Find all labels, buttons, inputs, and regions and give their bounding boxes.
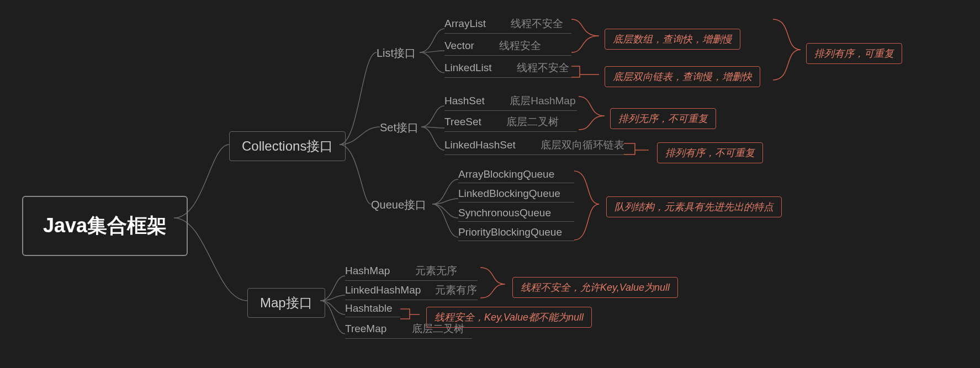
leaf-detail: 元素有序	[435, 283, 477, 297]
set-item-treeset[interactable]: TreeSet 底层二叉树	[444, 115, 577, 132]
collections-label: Collections接口	[242, 138, 333, 153]
leaf-name: HashMap	[345, 265, 390, 277]
list-note-array: 底层数组，查询快，增删慢	[605, 29, 740, 50]
queue-note: 队列结构，元素具有先进先出的特点	[606, 196, 782, 217]
set-node[interactable]: Set接口	[380, 120, 419, 135]
queue-item-pbq[interactable]: PriorityBlockingQueue	[458, 226, 574, 241]
list-item-vector[interactable]: Vector 线程安全	[444, 39, 571, 56]
map-item-hashmap[interactable]: HashMap 元素无序	[345, 264, 478, 281]
map-label: Map接口	[260, 295, 312, 310]
leaf-name: PriorityBlockingQueue	[458, 226, 562, 238]
set-item-linkedhashset[interactable]: LinkedHashSet 底层双向循环链表	[444, 138, 624, 155]
leaf-name: LinkedHashMap	[345, 284, 421, 296]
queue-item-abq[interactable]: ArrayBlockingQueue	[458, 168, 574, 183]
map-note-unsafe: 线程不安全，允许Key,Value为null	[512, 277, 678, 298]
leaf-name: LinkedHashSet	[444, 139, 516, 151]
leaf-name: TreeMap	[345, 323, 386, 335]
set-item-hashset[interactable]: HashSet 底层HashMap	[444, 94, 577, 111]
leaf-name: ArrayBlockingQueue	[458, 168, 554, 180]
list-note-linked: 底层双向链表，查询慢，增删快	[605, 66, 760, 87]
list-item-linkedlist[interactable]: LinkedList 线程不安全	[444, 61, 571, 78]
leaf-name: ArrayList	[444, 18, 486, 30]
set-note-unordered: 排列无序，不可重复	[610, 108, 716, 129]
map-item-linkedhashmap[interactable]: LinkedHashMap 元素有序	[345, 283, 478, 300]
root-title: Java集合框架	[43, 214, 167, 237]
queue-node[interactable]: Queue接口	[371, 198, 426, 212]
queue-item-sq[interactable]: SynchronousQueue	[458, 207, 574, 222]
list-note-overall: 排列有序，可重复	[806, 43, 902, 64]
list-item-arraylist[interactable]: ArrayList 线程不安全	[444, 17, 571, 34]
map-node[interactable]: Map接口	[247, 288, 325, 318]
root-node[interactable]: Java集合框架	[22, 196, 188, 256]
leaf-detail: 线程安全	[499, 39, 541, 53]
leaf-name: Vector	[444, 40, 474, 52]
map-item-hashtable[interactable]: Hashtable	[345, 302, 400, 317]
queue-item-lbq[interactable]: LinkedBlockingQueue	[458, 188, 574, 202]
list-node[interactable]: List接口	[377, 46, 416, 61]
leaf-detail: 元素无序	[415, 264, 457, 278]
leaf-name: Hashtable	[345, 302, 393, 314]
set-note-ordered: 排列有序，不可重复	[657, 142, 763, 163]
map-note-safe: 线程安全，Key,Value都不能为null	[426, 307, 592, 328]
leaf-name: LinkedBlockingQueue	[458, 188, 560, 200]
leaf-detail: 线程不安全	[511, 17, 563, 31]
collections-node[interactable]: Collections接口	[229, 131, 346, 161]
leaf-name: LinkedList	[444, 62, 492, 74]
leaf-detail: 底层双向循环链表	[541, 138, 624, 152]
leaf-name: SynchronousQueue	[458, 207, 551, 219]
leaf-detail: 底层二叉树	[506, 115, 559, 129]
leaf-detail: 线程不安全	[517, 61, 569, 75]
leaf-name: TreeSet	[444, 116, 481, 128]
leaf-detail: 底层HashMap	[510, 94, 575, 108]
leaf-name: HashSet	[444, 95, 485, 107]
